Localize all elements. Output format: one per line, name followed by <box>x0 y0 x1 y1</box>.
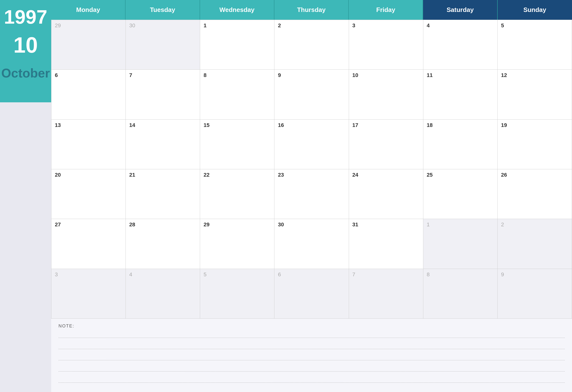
day-number: 7 <box>352 271 420 278</box>
day-number: 2 <box>501 221 568 228</box>
day-number: 7 <box>129 72 196 78</box>
day-cell[interactable]: 10 <box>349 70 423 119</box>
day-number: 17 <box>352 122 420 128</box>
day-cell[interactable]: 9 <box>498 269 572 319</box>
day-cell[interactable]: 7 <box>349 269 423 319</box>
day-number: 15 <box>204 122 271 128</box>
day-headers: Monday Tuesday Wednesday Thursday Friday… <box>51 0 572 20</box>
day-number: 10 <box>352 72 420 78</box>
day-number: 27 <box>55 221 122 228</box>
day-number: 16 <box>278 122 345 128</box>
day-cell[interactable]: 15 <box>200 120 274 169</box>
day-number: 19 <box>501 122 568 128</box>
day-number: 14 <box>129 122 196 128</box>
day-cell[interactable]: 6 <box>51 70 126 119</box>
day-cell[interactable]: 17 <box>349 120 423 169</box>
day-number: 6 <box>55 72 122 78</box>
day-cell[interactable]: 29 <box>200 219 274 269</box>
day-number: 23 <box>278 172 345 178</box>
day-cell[interactable]: 13 <box>51 120 126 169</box>
day-number: 3 <box>352 22 420 29</box>
day-cell[interactable]: 27 <box>51 219 126 269</box>
day-cell[interactable]: 30 <box>274 219 349 269</box>
day-cell[interactable]: 28 <box>126 219 200 269</box>
day-number: 21 <box>129 172 196 178</box>
day-cell[interactable]: 22 <box>200 169 274 219</box>
day-cell[interactable]: 21 <box>126 169 200 219</box>
note-line-3 <box>59 354 565 360</box>
header-wednesday: Wednesday <box>200 0 274 20</box>
day-number: 30 <box>278 221 345 228</box>
day-cell[interactable]: 6 <box>274 269 349 319</box>
day-cell[interactable]: 25 <box>423 169 498 219</box>
sidebar-month-num: 10 <box>13 34 38 56</box>
day-number: 29 <box>204 221 271 228</box>
header-monday: Monday <box>51 0 126 20</box>
day-number: 9 <box>501 271 568 278</box>
day-cell[interactable]: 12 <box>498 70 572 119</box>
day-cell[interactable]: 3 <box>349 20 423 70</box>
day-cell[interactable]: 30 <box>126 20 200 70</box>
day-cell[interactable]: 2 <box>498 219 572 269</box>
day-cell[interactable]: 26 <box>498 169 572 219</box>
day-cell[interactable]: 20 <box>51 169 126 219</box>
day-number: 18 <box>427 122 494 128</box>
day-number: 31 <box>352 221 420 228</box>
day-number: 25 <box>427 172 494 178</box>
sidebar: 1997 10 October <box>0 0 51 392</box>
day-cell[interactable]: 4 <box>126 269 200 319</box>
day-cell[interactable]: 3 <box>51 269 126 319</box>
day-cell[interactable]: 23 <box>274 169 349 219</box>
day-number: 13 <box>55 122 122 128</box>
day-cell[interactable]: 4 <box>423 20 498 70</box>
day-cell[interactable]: 7 <box>126 70 200 119</box>
calendar-main: Monday Tuesday Wednesday Thursday Friday… <box>51 0 572 392</box>
day-cell[interactable]: 8 <box>423 269 498 319</box>
day-number: 20 <box>55 172 122 178</box>
header-saturday: Saturday <box>423 0 497 20</box>
day-number: 1 <box>204 22 271 29</box>
day-cell[interactable]: 14 <box>126 120 200 169</box>
day-number: 26 <box>501 172 568 178</box>
day-number: 1 <box>427 221 494 228</box>
day-number: 5 <box>501 22 568 29</box>
day-number: 11 <box>427 72 494 78</box>
day-number: 5 <box>204 271 271 278</box>
day-cell[interactable]: 5 <box>498 20 572 70</box>
day-number: 9 <box>278 72 345 78</box>
day-cell[interactable]: 29 <box>51 20 126 70</box>
note-line-1 <box>59 331 565 338</box>
day-number: 3 <box>55 271 122 278</box>
sidebar-year: 1997 <box>4 7 47 27</box>
day-cell[interactable]: 9 <box>274 70 349 119</box>
notes-section: NOTE: <box>51 319 572 392</box>
calendar-grid: 2930123456789101112131415161718192021222… <box>51 20 572 319</box>
day-number: 8 <box>204 72 271 78</box>
calendar-container: 1997 10 October Monday Tuesday Wednesday… <box>0 0 572 392</box>
day-number: 28 <box>129 221 196 228</box>
day-number: 8 <box>427 271 494 278</box>
note-line-5 <box>59 376 565 383</box>
day-number: 4 <box>129 271 196 278</box>
day-number: 2 <box>278 22 345 29</box>
day-cell[interactable]: 1 <box>200 20 274 70</box>
day-cell[interactable]: 5 <box>200 269 274 319</box>
day-cell[interactable]: 31 <box>349 219 423 269</box>
header-sunday: Sunday <box>498 0 572 20</box>
sidebar-month-name: October <box>1 66 50 80</box>
day-cell[interactable]: 18 <box>423 120 498 169</box>
day-cell[interactable]: 11 <box>423 70 498 119</box>
header-tuesday: Tuesday <box>126 0 200 20</box>
day-number: 29 <box>55 22 122 29</box>
day-cell[interactable]: 2 <box>274 20 349 70</box>
day-cell[interactable]: 19 <box>498 120 572 169</box>
note-line-4 <box>59 365 565 372</box>
day-number: 24 <box>352 172 420 178</box>
day-cell[interactable]: 24 <box>349 169 423 219</box>
day-cell[interactable]: 16 <box>274 120 349 169</box>
day-cell[interactable]: 1 <box>423 219 498 269</box>
day-number: 22 <box>204 172 271 178</box>
day-number: 12 <box>501 72 568 78</box>
day-number: 4 <box>427 22 494 29</box>
day-cell[interactable]: 8 <box>200 70 274 119</box>
